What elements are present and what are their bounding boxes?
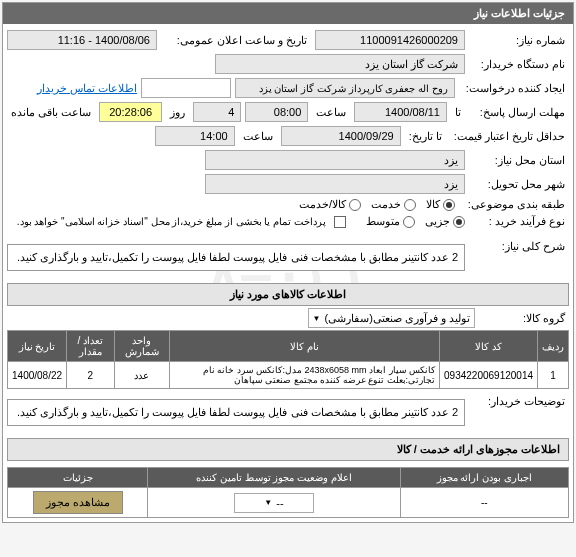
cell-name: کانکس سیار ابعاد 2438x6058 mm مدل:کانکس … — [169, 362, 439, 389]
table-row: -- -- ▼ مشاهده مجوز — [8, 488, 569, 518]
row-need-place: استان محل نیاز: یزد — [7, 148, 569, 172]
cell-details: مشاهده مجوز — [8, 488, 148, 518]
row-reply-deadline: مهلت ارسال پاسخ: تا 1400/08/11 ساعت 08:0… — [7, 100, 569, 124]
classification-label: طبقه بندی موضوعی: — [459, 198, 569, 211]
payment-note: پرداخت تمام یا بخشی از مبلغ خرید،از محل … — [13, 216, 330, 227]
buyer-notes-label: توضیحات خریدار: — [469, 395, 569, 408]
time-label-2: ساعت — [239, 130, 277, 143]
row-purchase-type: نوع فرآیند خرید : جزیی متوسط پرداخت تمام… — [7, 213, 569, 230]
day-label: روز — [166, 106, 189, 119]
th-code: کد کالا — [440, 331, 538, 362]
row-min-valid: حداقل تاریخ اعتبار قیمت: تا تاریخ: 1400/… — [7, 124, 569, 148]
th-row: ردیف — [538, 331, 569, 362]
goods-group-label: گروه کالا: — [479, 312, 569, 325]
delivery-city-label: شهر محل تحویل: — [469, 178, 569, 191]
announce-dt-value: 1400/08/06 - 11:16 — [7, 30, 157, 50]
remaining-label: ساعت باقی مانده — [7, 106, 95, 119]
cls-both-item[interactable]: کالا/خدمت — [299, 198, 361, 211]
pt-partial-item[interactable]: جزیی — [425, 215, 465, 228]
remaining-time: 20:28:06 — [99, 102, 162, 122]
row-general-desc: شرح کلی نیاز: 2 عدد کانتینر مطابق با مشخ… — [7, 238, 569, 277]
buyer-notes-box: 2 عدد کانتینر مطابق با مشخصات فنی فایل پ… — [7, 399, 465, 426]
panel-body: ۰۲۱–۸ شماره نیاز: 1100091426000209 تاریخ… — [3, 24, 573, 522]
table-row: 1 0934220069120014 کانکس سیار ابعاد 2438… — [8, 362, 569, 389]
th-details: جزئیات — [8, 468, 148, 488]
treasury-checkbox[interactable] — [334, 216, 346, 228]
pt-medium-item[interactable]: متوسط — [366, 215, 415, 228]
cell-date: 1400/08/22 — [8, 362, 67, 389]
need-no-label: شماره نیاز: — [469, 34, 569, 47]
need-no-value: 1100091426000209 — [315, 30, 465, 50]
th-date: تاریخ نیاز — [8, 331, 67, 362]
cell-unit: عدد — [114, 362, 169, 389]
contact-input[interactable] — [141, 78, 231, 98]
to-date-label: تا تاریخ: — [405, 130, 446, 143]
row-classification: طبقه بندی موضوعی: کالا خدمت کالا/خدمت — [7, 196, 569, 213]
buyer-label: نام دستگاه خریدار: — [469, 58, 569, 71]
cls-service-item[interactable]: خدمت — [371, 198, 416, 211]
purchase-type-group: جزیی متوسط — [366, 215, 465, 228]
need-place-value: یزد — [205, 150, 465, 170]
license-table: اجباری بودن ارائه مجوز اعلام وضعیت مجوز … — [7, 467, 569, 518]
license-section-header: اطلاعات مجوزهای ارائه خدمت / کالا — [7, 438, 569, 461]
th-unit: واحد شمارش — [114, 331, 169, 362]
row-need-no: شماره نیاز: 1100091426000209 تاریخ و ساع… — [7, 28, 569, 52]
view-license-button[interactable]: مشاهده مجوز — [33, 491, 123, 514]
radio-icon — [443, 199, 455, 211]
min-valid-label: حداقل تاریخ اعتبار قیمت: — [450, 130, 569, 142]
th-supplier-status: اعلام وضعیت مجوز توسط تامین کننده — [148, 468, 400, 488]
th-name: نام کالا — [169, 331, 439, 362]
min-valid-time: 14:00 — [155, 126, 235, 146]
announce-dt-label: تاریخ و ساعت اعلان عمومی: — [161, 34, 311, 47]
supplier-status-select[interactable]: -- ▼ — [234, 493, 314, 513]
cell-code: 0934220069120014 — [440, 362, 538, 389]
cell-qty: 2 — [67, 362, 115, 389]
cls-goods-item[interactable]: کالا — [426, 198, 455, 211]
general-desc-box: 2 عدد کانتینر مطابق با مشخصات فنی فایل پ… — [7, 244, 465, 271]
contact-link[interactable]: اطلاعات تماس خریدار — [37, 82, 137, 95]
row-buyer-notes: توضیحات خریدار: 2 عدد کانتینر مطابق با م… — [7, 393, 569, 432]
main-panel: جزئیات اطلاعات نیاز ۰۲۱–۸ شماره نیاز: 11… — [2, 2, 574, 523]
cell-idx: 1 — [538, 362, 569, 389]
radio-icon — [349, 199, 361, 211]
row-delivery-city: شهر محل تحویل: یزد — [7, 172, 569, 196]
days-value: 4 — [193, 102, 241, 122]
reply-date: 1400/08/11 — [354, 102, 447, 122]
requester-label: ایجاد کننده درخواست: — [459, 82, 569, 95]
need-place-label: استان محل نیاز: — [469, 154, 569, 167]
th-qty: تعداد / مقدار — [67, 331, 115, 362]
chevron-down-icon: ▼ — [264, 498, 272, 507]
reply-time: 08:00 — [245, 102, 308, 122]
chevron-down-icon: ▼ — [313, 314, 321, 323]
radio-icon — [403, 216, 415, 228]
goods-table: ردیف کد کالا نام کالا واحد شمارش تعداد /… — [7, 330, 569, 389]
delivery-city-value: یزد — [205, 174, 465, 194]
purchase-type-label: نوع فرآیند خرید : — [469, 215, 569, 228]
row-requester: ایجاد کننده درخواست: روح‌ اله جعفری کارپ… — [7, 76, 569, 100]
time-label-1: ساعت — [312, 106, 350, 119]
row-goods-group: گروه کالا: تولید و فرآوری صنعتی(سفارشی) … — [7, 306, 569, 330]
goods-section-header: اطلاعات کالاهای مورد نیاز — [7, 283, 569, 306]
th-mandatory: اجباری بودن ارائه مجوز — [400, 468, 568, 488]
min-valid-date: 1400/09/29 — [281, 126, 401, 146]
panel-title: جزئیات اطلاعات نیاز — [3, 3, 573, 24]
row-buyer: نام دستگاه خریدار: شرکت گاز استان یزد — [7, 52, 569, 76]
general-desc-label: شرح کلی نیاز: — [469, 240, 569, 253]
requester-value: روح‌ اله جعفری کارپرداز شرکت گاز استان ی… — [235, 78, 455, 98]
radio-icon — [404, 199, 416, 211]
cell-mandatory: -- — [400, 488, 568, 518]
reply-deadline-label: مهلت ارسال پاسخ: — [469, 106, 569, 119]
goods-group-select[interactable]: تولید و فرآوری صنعتی(سفارشی) ▼ — [308, 308, 475, 328]
classification-group: کالا خدمت کالا/خدمت — [299, 198, 455, 211]
reply-to-label: تا — [451, 106, 465, 119]
radio-icon — [453, 216, 465, 228]
cell-supplier-status: -- ▼ — [148, 488, 400, 518]
buyer-value: شرکت گاز استان یزد — [215, 54, 465, 74]
